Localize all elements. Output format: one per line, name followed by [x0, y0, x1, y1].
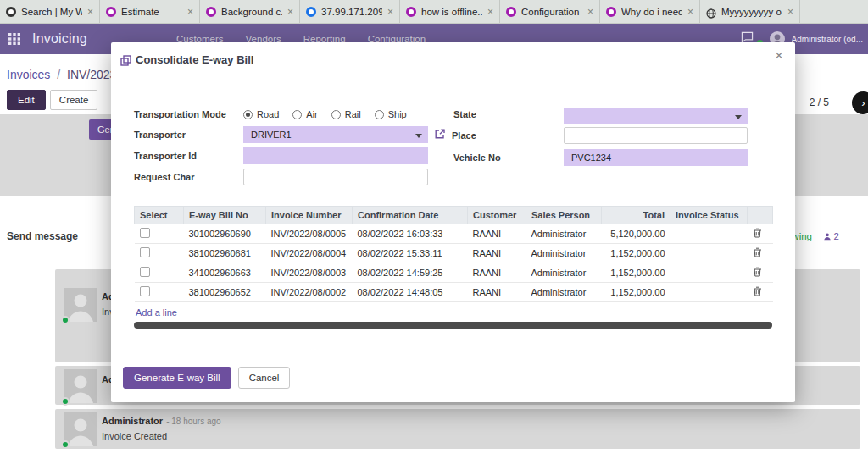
chatter-message: Administrator- 18 hours ago Invoice Crea…	[55, 409, 860, 449]
breadcrumb-invoices-link[interactable]: Invoices	[7, 68, 50, 81]
radio-rail-icon[interactable]	[331, 110, 341, 119]
user-menu[interactable]: Administrator (od...	[792, 35, 863, 44]
radio-air[interactable]: Air	[292, 109, 317, 119]
delete-row-button[interactable]	[748, 263, 773, 283]
tab-close-icon[interactable]: ×	[687, 6, 693, 18]
radio-road-icon[interactable]	[243, 110, 253, 119]
trash-icon	[753, 228, 762, 238]
table-row[interactable]: 381002960681 INV/2022/08/0004 08/02/2022…	[135, 244, 773, 263]
tab-close-icon[interactable]: ×	[487, 6, 493, 18]
browser-tab[interactable]: Configuration ×	[500, 0, 600, 23]
tab-close-icon[interactable]: ×	[387, 6, 393, 18]
col-invoice-status[interactable]: Invoice Status	[670, 207, 748, 224]
browser-tab[interactable]: Background c... ×	[200, 0, 300, 23]
cancel-button[interactable]: Cancel	[238, 367, 291, 389]
tab-close-icon[interactable]: ×	[287, 6, 293, 18]
table-row[interactable]: 381002960652 INV/2022/08/0002 08/02/2022…	[135, 283, 773, 302]
close-icon[interactable]: ×	[775, 48, 783, 63]
cell-sales-person: Administrator	[526, 263, 602, 283]
create-button[interactable]: Create	[50, 90, 98, 110]
follower-person-icon	[823, 232, 832, 241]
edit-button[interactable]: Edit	[7, 90, 46, 110]
message-time: - 18 hours ago	[163, 417, 221, 426]
browser-tab[interactable]: Search | My W... ×	[0, 0, 100, 23]
tab-favicon-icon	[6, 7, 16, 17]
tab-close-icon[interactable]: ×	[187, 6, 193, 18]
row-checkbox[interactable]	[140, 286, 150, 296]
radio-ship-icon[interactable]	[375, 110, 384, 119]
browser-tab[interactable]: Myyyyyyyyy od... ×	[700, 0, 800, 23]
radio-air-icon[interactable]	[292, 110, 302, 119]
row-checkbox[interactable]	[140, 228, 150, 238]
col-total[interactable]: Total	[602, 207, 670, 224]
col-select[interactable]: Select	[135, 207, 184, 224]
consolidate-icon	[120, 54, 131, 69]
transporter-id-label: Transporter Id	[134, 151, 197, 161]
col-eway-bill-no[interactable]: E-way Bill No	[184, 207, 266, 224]
cell-total: 5,120,000.00	[602, 224, 670, 244]
radio-ship[interactable]: Ship	[375, 109, 407, 119]
col-invoice-number[interactable]: Invoice Number	[266, 207, 353, 224]
tab-close-icon[interactable]: ×	[87, 6, 93, 18]
apps-grid-icon[interactable]	[8, 33, 20, 45]
state-select[interactable]	[564, 108, 748, 124]
browser-tab[interactable]: Estimate ×	[100, 0, 200, 23]
request-char-input[interactable]	[243, 169, 428, 185]
transportation-mode-radio-group: Road Air Rail Ship	[243, 109, 407, 119]
place-input[interactable]	[564, 127, 748, 144]
tab-favicon-icon	[606, 7, 616, 17]
cell-invoice-number: INV/2022/08/0005	[266, 224, 353, 244]
transporter-select[interactable]: DRIVER1	[243, 126, 428, 143]
browser-tab[interactable]: how is offline... ×	[400, 0, 500, 23]
tab-close-icon[interactable]: ×	[787, 6, 793, 18]
cell-customer: RAANI	[468, 224, 526, 244]
radio-road[interactable]: Road	[243, 109, 279, 119]
browser-tab[interactable]: Why do i need... ×	[600, 0, 700, 23]
trash-icon	[753, 267, 762, 277]
browser-tab[interactable]: 37.99.171.209 ×	[300, 0, 400, 23]
message-body: Invoice Created	[102, 431, 167, 441]
col-customer[interactable]: Customer	[468, 207, 526, 224]
table-row[interactable]: 301002960690 INV/2022/08/0005 08/02/2022…	[135, 224, 773, 244]
record-actions: Edit Create	[7, 90, 97, 110]
cell-eway-bill-no: 341002960663	[184, 263, 266, 283]
record-pager: 2 / 5	[810, 97, 829, 108]
message-avatar	[64, 288, 97, 322]
row-checkbox[interactable]	[140, 267, 150, 277]
radio-rail[interactable]: Rail	[331, 109, 361, 119]
consolidate-eway-bill-modal: Consolidate E-way Bill × Transportation …	[111, 42, 795, 402]
tab-favicon-icon	[206, 7, 216, 17]
col-confirmation-date[interactable]: Confirmation Date	[353, 207, 468, 224]
delete-row-button[interactable]	[748, 244, 773, 263]
browser-tab-label: Background c...	[221, 7, 282, 17]
row-checkbox[interactable]	[140, 247, 150, 257]
app-name[interactable]: Invoicing	[32, 31, 87, 47]
online-status-icon	[61, 316, 70, 324]
tab-close-icon[interactable]: ×	[587, 6, 593, 18]
internal-link-icon[interactable]	[434, 128, 446, 143]
delete-row-button[interactable]	[748, 283, 773, 302]
table-row[interactable]: 341002960663 INV/2022/08/0003 08/02/2022…	[135, 263, 773, 283]
browser-tab-label: Configuration	[521, 7, 582, 17]
generate-eway-bill-button[interactable]: Generate E-way Bill	[123, 367, 231, 389]
pager-next-button[interactable]: ›	[852, 91, 868, 114]
horizontal-scrollbar[interactable]	[134, 322, 772, 329]
send-message-tab[interactable]: Send message	[7, 230, 78, 242]
cell-customer: RAANI	[468, 283, 526, 302]
state-label: State	[453, 109, 476, 119]
chevron-down-icon	[735, 115, 742, 119]
cell-sales-person: Administrator	[526, 244, 602, 263]
delete-row-button[interactable]	[748, 224, 773, 244]
cell-confirmation-date: 08/02/2022 14:48:05	[353, 283, 468, 302]
cell-eway-bill-no: 381002960652	[184, 283, 266, 302]
transporter-id-input[interactable]	[243, 147, 428, 164]
vehicle-no-input[interactable]	[564, 149, 748, 166]
cell-invoice-number: INV/2022/08/0004	[266, 244, 353, 263]
cell-total: 1,152,000.00	[602, 244, 670, 263]
col-sales-person[interactable]: Sales Person	[526, 207, 602, 224]
eway-bill-lines-table: Select E-way Bill No Invoice Number Conf…	[134, 206, 772, 302]
breadcrumb: Invoices / INV/2023	[7, 68, 116, 81]
add-a-line-link[interactable]: Add a line	[136, 307, 177, 318]
followers-counter[interactable]: 2	[823, 231, 839, 241]
online-status-icon	[61, 397, 70, 406]
